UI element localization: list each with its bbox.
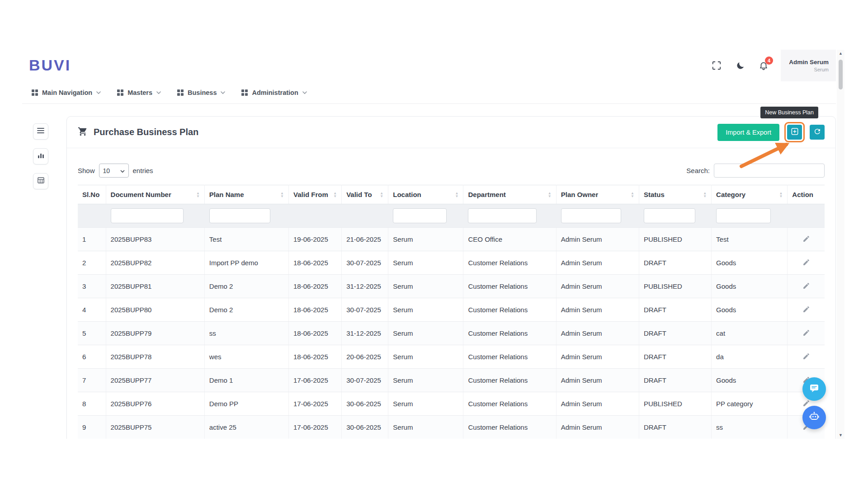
column-header-valid-to[interactable]: Valid To▲▼ [342, 185, 388, 204]
sort-icons[interactable]: ▲▼ [631, 192, 634, 198]
nav-label: Main Navigation [42, 89, 92, 96]
filter-input-plan-owner[interactable] [561, 208, 621, 223]
filter-cell-valid-to [342, 204, 388, 228]
table-cell: Demo PP [204, 392, 288, 416]
nav-item-masters[interactable]: Masters [117, 89, 161, 96]
card-header: Purchase Business Plan Import & Export N… [67, 117, 835, 148]
notifications-bell-icon[interactable]: 4 [758, 60, 769, 71]
table-cell: 30-06-2025 [342, 416, 388, 439]
filter-input-department[interactable] [468, 208, 536, 223]
sidebar-table-button[interactable] [33, 173, 48, 189]
refresh-button[interactable] [810, 125, 825, 140]
table-cell: Serum [388, 228, 463, 251]
column-header-plan-owner[interactable]: Plan Owner▲▼ [556, 185, 639, 204]
column-label: Document Number [111, 191, 171, 198]
filter-input-status[interactable] [644, 208, 695, 223]
column-header-category[interactable]: Category▲▼ [712, 185, 788, 204]
page-size-value: 10 [103, 167, 110, 174]
filter-input-document-number[interactable] [111, 208, 184, 223]
edit-icon[interactable] [802, 305, 810, 313]
table-cell: DRAFT [639, 416, 711, 439]
nav-item-main-navigation[interactable]: Main Navigation [32, 89, 101, 96]
table-header-row: Sl.NoDocument Number▲▼Plan Name▲▼Valid F… [78, 185, 825, 204]
column-header-location[interactable]: Location▲▼ [388, 185, 463, 204]
edit-icon[interactable] [802, 399, 810, 407]
table-cell: wes [204, 345, 288, 369]
action-cell [788, 228, 825, 251]
sort-icons[interactable]: ▲▼ [196, 192, 200, 198]
filter-cell-category [712, 204, 788, 228]
table-cell: Goods [712, 275, 788, 298]
sort-icons[interactable]: ▲▼ [548, 192, 552, 198]
edit-icon[interactable] [802, 235, 810, 243]
fullscreen-icon[interactable] [711, 60, 722, 71]
edit-icon[interactable] [802, 329, 810, 337]
content-card: Purchase Business Plan Import & Export N… [66, 116, 836, 439]
table-cell: 18-06-2025 [289, 322, 342, 345]
table-cell: Admin Serum [556, 416, 639, 439]
page-scrollbar[interactable]: ▲ ▼ [837, 50, 844, 439]
edit-icon[interactable] [802, 352, 810, 360]
filter-input-category[interactable] [716, 208, 771, 223]
table-cell: 17-06-2025 [289, 416, 342, 439]
table-cell: Admin Serum [556, 392, 639, 416]
column-label: Valid To [346, 191, 372, 198]
column-label: Category [716, 191, 745, 198]
edit-icon[interactable] [802, 258, 810, 266]
search-input[interactable] [714, 164, 825, 178]
page-size-select[interactable]: 10 [99, 164, 129, 178]
user-name: Admin Serum [789, 59, 829, 66]
scroll-down-arrow-icon[interactable]: ▼ [837, 433, 844, 437]
plans-table: Sl.NoDocument Number▲▼Plan Name▲▼Valid F… [78, 185, 825, 439]
import-export-button[interactable]: Import & Export [717, 124, 779, 141]
sidebar-menu-button[interactable] [33, 123, 48, 140]
sort-icons[interactable]: ▲▼ [280, 192, 284, 198]
chat-fab-button[interactable] [802, 377, 826, 401]
table-cell: 30-07-2025 [342, 298, 388, 322]
grid-icon [177, 89, 184, 96]
table-cell: Admin Serum [556, 251, 639, 275]
filter-input-location[interactable] [393, 208, 447, 223]
sort-icons[interactable]: ▲▼ [703, 192, 707, 198]
column-label: Action [792, 191, 813, 198]
filter-input-plan-name[interactable] [209, 208, 270, 223]
sort-icons[interactable]: ▲▼ [333, 192, 337, 198]
table-row: 42025BUPP80Demo 218-06-202530-07-2025Ser… [78, 298, 825, 322]
sort-icons[interactable]: ▲▼ [380, 192, 383, 198]
action-cell [788, 251, 825, 275]
column-header-department[interactable]: Department▲▼ [463, 185, 556, 204]
table-cell: 2025BUPP77 [106, 369, 204, 392]
column-header-plan-name[interactable]: Plan Name▲▼ [204, 185, 288, 204]
user-menu[interactable]: Admin Serum Serum [781, 50, 836, 81]
new-business-plan-button[interactable] [787, 125, 802, 140]
table-cell: Customer Relations [463, 392, 556, 416]
column-header-status[interactable]: Status▲▼ [639, 185, 711, 204]
assistant-bot-fab-button[interactable] [802, 406, 826, 429]
scroll-up-arrow-icon[interactable]: ▲ [837, 51, 844, 56]
column-header-valid-from[interactable]: Valid From▲▼ [289, 185, 342, 204]
table-row: 92025BUPP75active 2517-06-202530-06-2025… [78, 416, 825, 439]
dark-mode-moon-icon[interactable] [735, 60, 745, 71]
sidebar-chart-button[interactable] [33, 148, 48, 164]
filter-cell-department [463, 204, 556, 228]
nav-item-administration[interactable]: Administration [241, 89, 307, 96]
scrollbar-thumb[interactable] [839, 60, 843, 89]
app-header: BUVI 4 Admin Serum Serum [22, 50, 836, 81]
sort-icons[interactable]: ▲▼ [455, 192, 459, 198]
table-cell: 31-12-2025 [342, 322, 388, 345]
table-cell: 30-07-2025 [342, 251, 388, 275]
column-header-document-number[interactable]: Document Number▲▼ [106, 185, 204, 204]
column-label: Status [644, 191, 665, 198]
edit-icon[interactable] [802, 282, 810, 290]
brand-logo: BUVI [29, 56, 71, 74]
table-cell: Demo 1 [204, 369, 288, 392]
entries-label: entries [133, 167, 153, 174]
table-cell: 2025BUPP81 [106, 275, 204, 298]
column-filter-row [78, 204, 825, 228]
nav-item-business[interactable]: Business [177, 89, 225, 96]
table-row: 82025BUPP76Demo PP17-06-202530-06-2025Se… [78, 392, 825, 416]
sort-icons[interactable]: ▲▼ [779, 192, 783, 198]
table-cell: Customer Relations [463, 298, 556, 322]
table-cell: PP category [712, 392, 788, 416]
table-cell: DRAFT [639, 322, 711, 345]
